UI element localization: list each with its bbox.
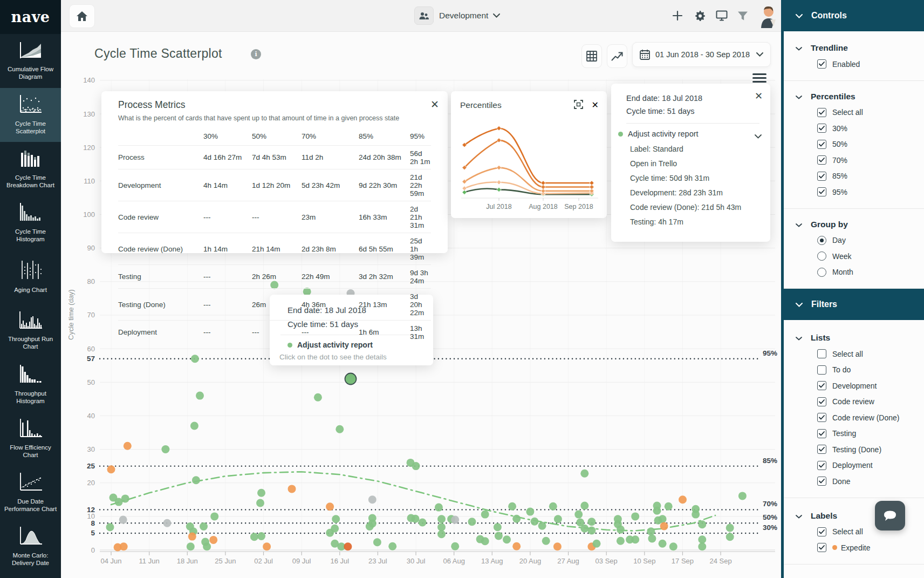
home-button[interactable] [69, 4, 95, 28]
checkbox-code-review[interactable]: Code review [796, 394, 916, 410]
checkbox-50%[interactable]: 50% [796, 137, 916, 153]
checkbox-development[interactable]: Development [796, 378, 916, 394]
filters-header[interactable]: Filters [784, 289, 924, 320]
card-title-row[interactable]: Adjust activity report [618, 130, 699, 138]
checkbox-select-all[interactable]: Select all [796, 346, 916, 362]
scatter-dot[interactable] [203, 542, 211, 550]
checkbox-icon[interactable] [817, 381, 826, 390]
checkbox-70%[interactable]: 70% [796, 152, 916, 168]
checkbox-icon[interactable] [817, 365, 826, 375]
sidebar-item-cycle-time-scatterplot[interactable]: Cycle Time Scatterplot [0, 88, 61, 142]
scatter-dot[interactable] [437, 530, 446, 538]
checkbox-testing-done-[interactable]: Testing (Done) [796, 441, 916, 458]
scatter-dot[interactable] [368, 495, 377, 504]
sidebar-item-due-date-performance-chart[interactable]: Due Date Performance Chart [0, 466, 61, 520]
checkbox-icon[interactable] [817, 543, 826, 552]
scatter-dot[interactable] [366, 522, 374, 531]
checkbox-icon[interactable] [817, 124, 826, 133]
scatter-dot[interactable] [580, 502, 588, 510]
scatter-dot[interactable] [726, 533, 734, 541]
scatter-dot[interactable] [512, 515, 521, 523]
checkbox-30%[interactable]: 30% [796, 120, 916, 137]
checkbox-testing[interactable]: Testing [796, 426, 916, 442]
checkbox-icon[interactable] [817, 397, 826, 406]
scatter-dot[interactable] [331, 525, 339, 533]
radio-icon[interactable] [817, 236, 826, 245]
scatter-dot[interactable] [263, 542, 271, 550]
scatter-dot[interactable] [617, 526, 625, 534]
scatter-dot[interactable] [481, 537, 489, 545]
scatter-dot[interactable] [526, 508, 534, 516]
scatter-dot[interactable] [495, 532, 503, 540]
radio-week[interactable]: Week [796, 248, 916, 264]
sidebar-item-throughput-run-chart[interactable]: Throughput Run Chart [0, 304, 61, 358]
scatter-dot[interactable] [631, 535, 639, 543]
checkbox-select-all[interactable]: Select all [796, 105, 916, 121]
radio-day[interactable]: Day [796, 233, 916, 249]
scatter-dot[interactable] [574, 511, 583, 519]
checkbox-icon[interactable] [817, 172, 826, 181]
scatter-dot[interactable] [698, 542, 706, 550]
sidebar-item-cycle-time-histogram[interactable]: Cycle Time Histogram [0, 196, 61, 250]
scatter-dot[interactable] [647, 527, 655, 535]
scatter-dot[interactable] [106, 523, 114, 531]
checkbox-done[interactable]: Done [796, 473, 916, 489]
scatter-dot[interactable] [631, 512, 639, 520]
scatter-dot[interactable] [437, 515, 446, 523]
checkbox-icon[interactable] [817, 527, 826, 536]
scatter-dot[interactable] [437, 523, 446, 531]
checkbox-icon[interactable] [817, 108, 826, 117]
avatar[interactable] [756, 3, 779, 28]
scatter-dot[interactable] [250, 533, 258, 541]
scatter-dot[interactable] [542, 537, 550, 545]
scatter-dot[interactable] [617, 537, 625, 545]
checkbox-deployment[interactable]: Deployment [796, 458, 916, 474]
open-in-trello-link[interactable]: Open in Trello [630, 159, 677, 168]
checkbox-icon[interactable] [817, 413, 826, 422]
scatter-dot[interactable] [435, 504, 443, 512]
scatter-dot[interactable] [614, 515, 622, 523]
filter-button[interactable] [733, 5, 753, 26]
scatter-dot[interactable] [508, 502, 516, 511]
scatter-dot[interactable] [119, 516, 127, 524]
scatter-dot[interactable] [314, 393, 322, 402]
sidebar-item-monte-carlo-delivery-date[interactable]: Monte Carlo: Delivery Date [0, 520, 61, 574]
scatter-dot[interactable] [580, 525, 588, 533]
scatter-dot[interactable] [698, 535, 706, 543]
checkbox-icon[interactable] [817, 349, 826, 358]
checkbox-icon[interactable] [817, 59, 826, 69]
scatter-dot[interactable] [553, 542, 562, 550]
chevron-down-icon[interactable] [755, 131, 762, 141]
chat-button[interactable] [875, 501, 905, 531]
scatter-dot[interactable] [648, 534, 656, 542]
scatter-dot[interactable] [554, 515, 562, 523]
settings-button[interactable] [689, 5, 710, 26]
checkbox-icon[interactable] [817, 477, 826, 486]
scatter-dot[interactable] [190, 422, 199, 430]
scatter-dot[interactable] [419, 519, 427, 527]
scatter-dot[interactable] [336, 425, 344, 433]
checkbox-to-do[interactable]: To do [796, 362, 916, 378]
scatter-dot[interactable] [196, 392, 204, 400]
scatter-dot[interactable] [531, 518, 539, 526]
scatter-dot[interactable] [587, 518, 596, 526]
scatter-dot[interactable] [412, 462, 420, 470]
scatter-dot[interactable] [593, 540, 601, 548]
scatter-dot[interactable] [121, 494, 129, 502]
scatter-dot[interactable] [512, 542, 521, 550]
checkbox-icon[interactable] [817, 461, 826, 470]
add-button[interactable] [667, 5, 688, 26]
scatter-dot[interactable] [659, 540, 667, 548]
scatter-dot[interactable] [326, 502, 334, 511]
sidebar-item-flow-efficiency-chart[interactable]: Flow Efficiency Chart [0, 412, 61, 466]
scatter-dot[interactable] [332, 515, 340, 523]
scatter-dot[interactable] [451, 542, 459, 550]
scatter-dot[interactable] [692, 511, 700, 519]
scatter-dot[interactable] [549, 502, 557, 511]
checkbox-95%[interactable]: 95% [796, 184, 916, 200]
scatter-dot[interactable] [665, 502, 673, 511]
scatter-dot[interactable] [209, 536, 217, 544]
checkbox-icon[interactable] [817, 429, 826, 438]
checkbox-icon[interactable] [817, 155, 826, 165]
checkbox-icon[interactable] [817, 140, 826, 149]
